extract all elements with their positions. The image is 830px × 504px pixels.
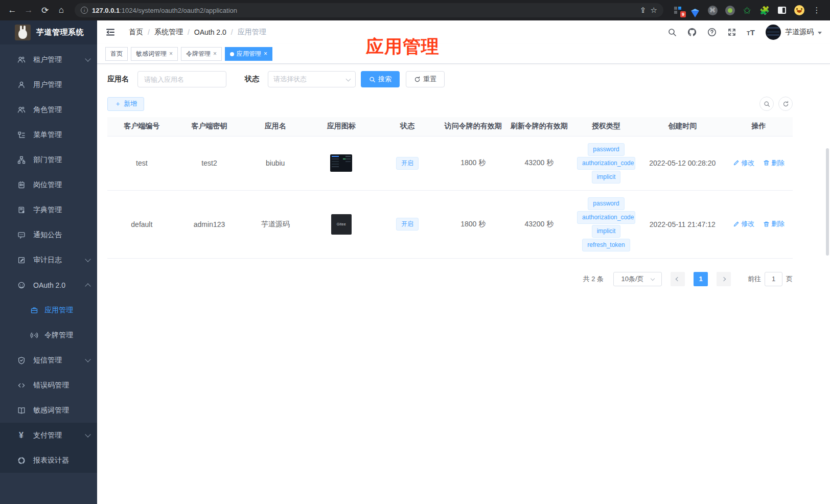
refresh-button[interactable] [778,97,793,111]
side-panel-icon[interactable] [777,5,787,15]
status-select[interactable]: 请选择状态 [268,71,356,87]
app-icon-image [330,154,352,172]
sidebar-item-post[interactable]: 岗位管理 [0,172,97,197]
close-icon[interactable]: × [264,48,267,60]
chevron-down-icon [346,76,351,81]
extension-grid-icon[interactable]: 9 [673,5,683,15]
app-icon-image: Gitee [331,214,352,235]
col-secret: 客户端密钥 [176,117,243,136]
page-header: 首页/ 系统管理/ OAuth 2.0/ 应用管理 TT 芋道源码 [97,20,830,44]
sidebar-item-errcode[interactable]: 错误码管理 [0,373,97,398]
chevron-down-icon [85,56,90,61]
search-button[interactable]: 搜索 [361,71,400,87]
sidebar-item-sensitive-word[interactable]: 敏感词管理 [0,398,97,423]
extension-star-icon[interactable]: ✩ [742,5,752,15]
sidebar-item-dict[interactable]: 字典管理 [0,197,97,222]
sidebar-item-sms[interactable]: 短信管理 [0,348,97,373]
browser-menu-icon[interactable]: ⋮ [812,5,822,15]
annotation-overlay-text: 应用管理 [366,35,440,59]
col-actions: 操作 [725,117,793,136]
tab-sensitive-word[interactable]: 敏感词管理× [131,47,178,61]
profile-avatar-icon[interactable] [794,5,804,15]
tab-token[interactable]: 令牌管理× [181,47,222,61]
extension-gem-icon[interactable] [690,5,700,15]
extensions-puzzle-icon[interactable]: 🧩 [759,5,770,15]
browser-toolbar: ← → ⟳ ⌂ i 127.0.0.1:1024/system/oauth2/o… [0,0,830,20]
prev-page-button[interactable] [671,272,685,286]
status-badge: 开启 [396,218,419,231]
tab-application[interactable]: 应用管理× [225,47,272,61]
status-badge: 开启 [396,157,419,170]
sidebar-item-user[interactable]: 用户管理 [0,72,97,97]
table-header-row: 客户端编号 客户端密钥 应用名 应用图标 状态 访问令牌的有效期 刷新令牌的有效… [107,117,793,136]
sidebar-item-token[interactable]: 令牌管理 [0,323,97,348]
search-icon[interactable] [667,27,677,37]
sidebar-collapse-icon[interactable] [105,27,117,38]
logo-rabbit-image [15,25,31,40]
close-icon[interactable]: × [213,48,217,60]
sidebar-item-role[interactable]: 角色管理 [0,97,97,122]
browser-reload-button[interactable]: ⟳ [38,3,52,17]
col-grant-types: 授权类型 [572,117,640,136]
browser-home-button[interactable]: ⌂ [54,3,68,17]
sidebar-item-tenant[interactable]: 租户管理 [0,47,97,72]
goto-suffix: 页 [786,274,793,284]
chevron-down-icon [85,356,90,362]
sidebar-item-menu[interactable]: 菜单管理 [0,122,97,147]
applications-table: 客户端编号 客户端密钥 应用名 应用图标 状态 访问令牌的有效期 刷新令牌的有效… [107,117,793,259]
user-menu[interactable]: 芋道源码 [766,25,822,40]
dictionary-book-icon [17,205,26,214]
close-icon[interactable]: × [169,48,173,60]
browser-back-button[interactable]: ← [5,3,19,17]
url-host: 127.0.0.1 [92,7,120,14]
page-number-1[interactable]: 1 [694,272,708,286]
briefcase-icon [30,306,38,314]
sidebar-item-notice[interactable]: 通知公告 [0,222,97,247]
delete-button[interactable]: 删除 [763,158,785,168]
grant-tag: refresh_token [582,239,630,251]
edit-button[interactable]: 修改 [733,158,754,168]
github-icon[interactable] [687,27,697,37]
edit-button[interactable]: 修改 [733,219,754,228]
next-page-button[interactable] [717,272,731,286]
toggle-search-button[interactable] [759,97,774,111]
col-app-icon: 应用图标 [308,117,375,136]
filter-form: 应用名 状态 请选择状态 搜索 重置 [107,71,793,87]
pagination: 共 2 条 10条/页 1 前往 页 [107,272,793,286]
add-button[interactable]: ＋ 新增 [107,97,144,111]
site-info-icon[interactable]: i [81,7,88,14]
share-icon[interactable]: ⇪ [640,6,647,15]
breadcrumb-system[interactable]: 系统管理 [154,28,183,37]
col-created: 创建时间 [640,117,725,136]
user-avatar [766,25,781,40]
col-app-name: 应用名 [242,117,308,136]
sidebar-item-payment[interactable]: ¥ 支付管理 [0,423,97,448]
tab-home[interactable]: 首页 [105,47,128,61]
sidebar-item-oauth2[interactable]: OAuth 2.0 [0,272,97,297]
chevron-down-icon [85,431,90,437]
page-size-select[interactable]: 10条/页 [613,272,662,286]
message-icon [17,231,26,239]
extension-record-icon[interactable] [725,5,735,15]
app-title: 芋道管理系统 [36,28,84,37]
font-size-icon[interactable]: TT [747,28,755,37]
delete-button[interactable]: 删除 [763,219,785,228]
browser-forward-button[interactable]: → [21,3,36,17]
reset-button[interactable]: 重置 [406,71,445,87]
sidebar-item-audit-log[interactable]: 审计日志 [0,247,97,272]
breadcrumb-home[interactable]: 首页 [129,28,143,37]
scrollbar-thumb[interactable] [826,148,829,256]
fullscreen-icon[interactable] [727,27,737,37]
sidebar-item-report-designer[interactable]: 报表设计器 [0,448,97,473]
app-name-input[interactable] [137,71,226,87]
sidebar-item-dept[interactable]: 部门管理 [0,147,97,172]
robot-face-icon [17,281,26,289]
address-bar[interactable]: i 127.0.0.1:1024/system/oauth2/oauth2/ap… [75,3,663,17]
extension-command-icon[interactable]: ⌘ [707,5,718,15]
help-icon[interactable] [707,27,717,37]
sidebar-item-application[interactable]: 应用管理 [0,297,97,323]
breadcrumb-oauth2[interactable]: OAuth 2.0 [194,28,226,36]
goto-page-input[interactable] [765,272,782,286]
table-row: default admin123 芋道源码 Gitee 开启 1800 秒 43… [107,190,793,258]
bookmark-star-icon[interactable]: ☆ [651,6,657,15]
